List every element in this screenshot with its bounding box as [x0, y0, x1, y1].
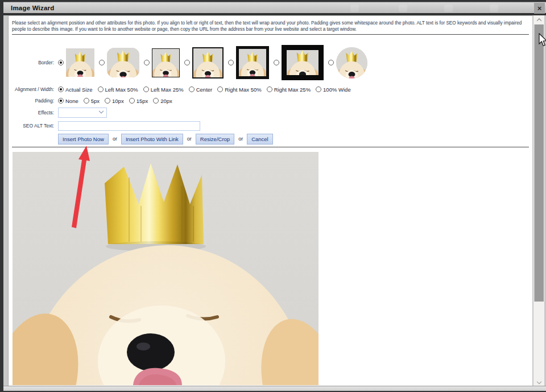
- separator-line: [12, 34, 529, 35]
- radio-left-max-50[interactable]: [98, 86, 104, 92]
- border-option-medium[interactable]: [184, 47, 224, 79]
- border-thumbnail-heavy: [282, 45, 324, 80]
- effects-dropdown[interactable]: [58, 108, 107, 118]
- insert-photo-now-button[interactable]: Insert Photo Now: [58, 134, 109, 145]
- instruction-text: Please select an alignment position and …: [12, 20, 528, 32]
- border-thumbnail-circle: [336, 47, 367, 79]
- border-thumbnail-medium: [192, 47, 224, 79]
- border-thumbnail-rounded: [107, 48, 139, 77]
- padding-option-20px[interactable]: 20px: [153, 98, 172, 104]
- border-style-row: Border:: [8, 44, 531, 81]
- insert-photo-with-link-button[interactable]: Insert Photo With Link: [121, 134, 183, 145]
- seo-alt-label: SEO ALT Text:: [8, 123, 58, 129]
- chevron-down-icon: [99, 109, 104, 113]
- titlebar-ghost-icon: [399, 5, 407, 12]
- radio-border-thin[interactable]: [144, 60, 150, 65]
- radio-padding-20px[interactable]: [153, 98, 159, 104]
- radio-padding-15px[interactable]: [129, 98, 135, 104]
- scroll-up-button[interactable]: [533, 15, 544, 24]
- alignment-option-right-max-50[interactable]: Right Max 50%: [217, 86, 261, 93]
- padding-option-10px[interactable]: 10px: [105, 98, 124, 104]
- radio-padding-5px[interactable]: [84, 98, 89, 104]
- chevron-down-icon: [536, 379, 541, 383]
- chevron-up-icon: [536, 18, 541, 23]
- radio-right-max-50[interactable]: [217, 86, 223, 92]
- dialog-title: Image Wizard: [3, 5, 54, 11]
- alignment-option-right-max-25[interactable]: Right Max 25%: [267, 86, 311, 93]
- alignment-option-left-max-50[interactable]: Left Max 50%: [98, 86, 138, 93]
- border-option-thick[interactable]: [228, 46, 269, 79]
- image-wizard-window: Image Wizard × Please select an alignmen…: [0, 0, 546, 392]
- border-option-thin[interactable]: [144, 48, 180, 77]
- or-text: or: [113, 136, 117, 142]
- or-text: or: [187, 136, 192, 142]
- photo-preview-puppy-with-crown: [13, 152, 318, 385]
- border-thumbnail-thick: [236, 46, 269, 79]
- seo-alt-row: SEO ALT Text:: [8, 121, 531, 131]
- border-option-rounded[interactable]: [99, 48, 139, 77]
- titlebar-ghost-icon: [490, 5, 498, 12]
- titlebar-ghost-icon: [444, 5, 453, 12]
- vertical-scrollbar[interactable]: [533, 15, 544, 386]
- cancel-button[interactable]: Cancel: [247, 134, 273, 145]
- radio-border-rounded[interactable]: [99, 60, 105, 65]
- or-text: or: [238, 136, 243, 142]
- dialog-titlebar: Image Wizard ×: [3, 2, 546, 14]
- radio-right-max-25[interactable]: [267, 86, 272, 92]
- radio-actual-size[interactable]: [58, 86, 64, 92]
- separator-line: [12, 147, 529, 147]
- effects-row: Effects:: [8, 107, 531, 118]
- alignment-option-actual-size[interactable]: Actual Size: [58, 86, 93, 93]
- border-thumbnail-thin: [152, 48, 180, 77]
- radio-left-max-25[interactable]: [143, 86, 149, 92]
- alignment-option-center[interactable]: Center: [189, 86, 213, 93]
- radio-border-none[interactable]: [58, 60, 64, 65]
- border-thumbnail-none: [66, 48, 94, 77]
- action-buttons-row: Insert Photo Now or Insert Photo With Li…: [8, 133, 531, 145]
- radio-border-heavy[interactable]: [274, 60, 279, 65]
- resize-crop-button[interactable]: Resize/Crop: [196, 134, 234, 145]
- radio-padding-none[interactable]: [58, 98, 64, 104]
- effects-label: Effects:: [8, 110, 58, 115]
- padding-option-15px[interactable]: 15px: [129, 98, 148, 104]
- seo-alt-input[interactable]: [58, 121, 200, 131]
- dialog-bottom-edge: [3, 386, 546, 391]
- radio-border-circle[interactable]: [328, 60, 334, 65]
- padding-label: Padding:: [8, 98, 58, 104]
- radio-100-wide[interactable]: [316, 86, 321, 92]
- alignment-width-row: Alignment / Width: Actual Size Left Max …: [8, 85, 531, 94]
- scrollbar-thumb[interactable]: [534, 24, 544, 302]
- alignment-label: Alignment / Width:: [8, 86, 58, 92]
- radio-border-thick[interactable]: [228, 60, 234, 65]
- scroll-down-button[interactable]: [533, 377, 544, 386]
- alignment-option-left-max-25[interactable]: Left Max 25%: [143, 86, 184, 93]
- padding-option-5px[interactable]: 5px: [84, 98, 100, 104]
- close-icon[interactable]: ×: [534, 3, 545, 14]
- padding-row: Padding: None 5px 10px 15px 20px: [8, 96, 531, 105]
- titlebar-ghost-icon: [350, 5, 359, 12]
- border-option-circle[interactable]: [328, 47, 367, 79]
- radio-center[interactable]: [189, 86, 195, 92]
- alignment-option-100-wide[interactable]: 100% Wide: [316, 86, 351, 93]
- border-option-none[interactable]: [58, 48, 94, 77]
- radio-padding-10px[interactable]: [105, 98, 110, 104]
- border-option-heavy[interactable]: [274, 45, 324, 80]
- radio-border-medium[interactable]: [184, 60, 190, 65]
- padding-option-none[interactable]: None: [58, 98, 78, 104]
- border-label: Border:: [8, 60, 58, 65]
